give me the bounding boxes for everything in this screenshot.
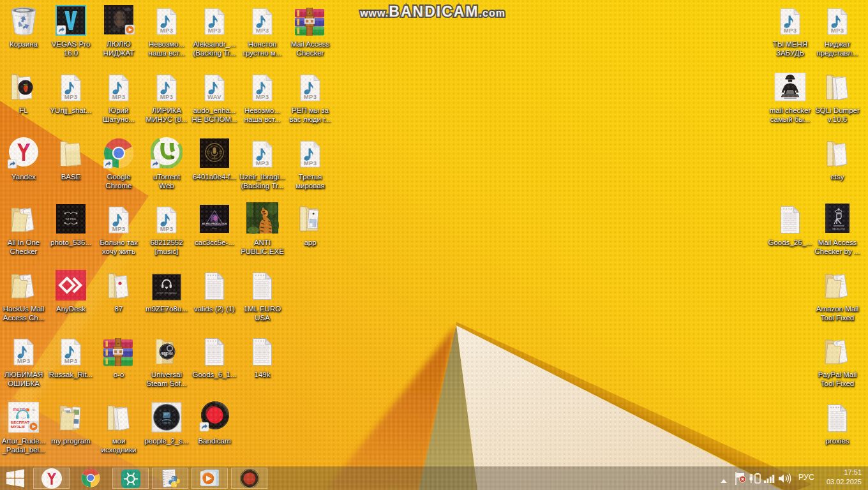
svg-text:MP3: MP3 [304,93,317,100]
svg-text:bt pro: bt pro [212,227,217,230]
svg-text:www.BANDICAM.com: www.BANDICAM.com [359,3,505,20]
svg-text:MP3: MP3 [160,27,174,34]
svg-text:MP3: MP3 [112,93,126,100]
svg-text:MP3: MP3 [112,225,126,232]
svg-text:MAIL ACCESS: MAIL ACCESS [832,228,845,230]
svg-text:BT PRO PRODUCTION: BT PRO PRODUCTION [202,223,227,225]
svg-text:MP3: MP3 [256,27,269,34]
svg-text:MP3: MP3 [256,160,269,167]
svg-text:КУПИТ ПРОДАКШН: КУПИТ ПРОДАКШН [156,292,177,295]
svg-text:.ru: .ru [31,408,35,412]
svg-text:MP3: MP3 [64,93,78,100]
svg-text:MP3: MP3 [160,93,174,100]
svg-text:МУЗЫК: МУЗЫК [11,425,25,429]
svg-text:DEALER: DEALER [163,422,171,424]
svg-text:WAV: WAV [207,93,221,100]
svg-text:MP3: MP3 [304,160,317,167]
svg-text:STEAM: STEAM [161,352,173,355]
svg-text:БЕСПЛАТ: БЕСПЛАТ [11,420,29,424]
svg-text:MP3: MP3 [17,357,31,364]
svg-text:MP3: MP3 [160,225,174,232]
svg-text:MP3: MP3 [784,27,797,34]
svg-text:MP3: MP3 [831,27,844,34]
svg-text:MP3: MP3 [256,93,269,100]
svg-text:MP3: MP3 [64,357,78,364]
svg-text:DI PRO: DI PRO [66,218,77,221]
svg-text:MP3: MP3 [208,27,221,34]
